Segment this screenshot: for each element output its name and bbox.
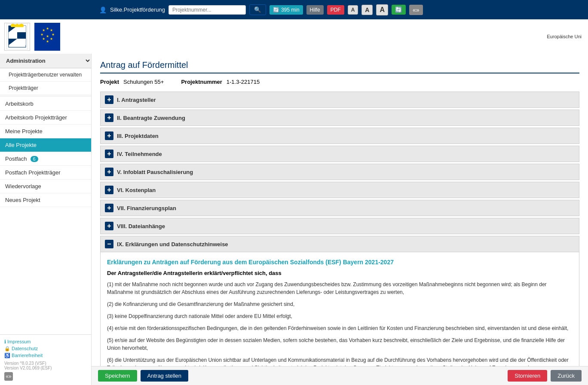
info-icon: ℹ	[4, 339, 7, 344]
declaration-p5: (5) er/sie auf der Website des Begünstig…	[107, 336, 573, 352]
section-infoblatt-title: V. Infoblatt Pauschalisierung	[117, 169, 193, 175]
administration-select[interactable]: Administration	[0, 54, 91, 68]
sidebar-item-neues-projekt[interactable]: Neues Projekt	[0, 193, 91, 207]
eu-label-text: Europäische Uni	[547, 34, 582, 39]
sidebar-item-label: Alle Projekte	[5, 142, 37, 148]
action-bar-right: Stornieren Zurück	[508, 370, 582, 382]
section-erklaerungen-title: IX. Erklärungen und Datenschutzhinweise	[117, 241, 228, 248]
cancel-button[interactable]: Stornieren	[508, 370, 547, 382]
toggle-antragsteller[interactable]: +	[105, 95, 113, 104]
search-button[interactable]: 🔍	[249, 4, 266, 15]
svg-text:★: ★	[46, 34, 49, 38]
save-button[interactable]: Speichern	[98, 370, 137, 382]
sidebar-item-label: Wiedervorlage	[5, 183, 41, 189]
section-erklaerungen-content: Erklärungen zu Anträgen auf Förderung au…	[100, 252, 579, 366]
section-dateiAnhaenge: + VIII. Dateianhänge	[100, 218, 579, 234]
sidebar-item-projekttraeger[interactable]: Projektträger	[0, 82, 91, 95]
toggle-projektdaten[interactable]: +	[105, 131, 113, 140]
eu-logo: ★ ★ ★ ★ ★ ★ ★ ★ ★	[34, 23, 60, 51]
section-projektdaten-header[interactable]: + III. Projektdaten	[100, 128, 579, 144]
project-number-input[interactable]	[168, 5, 246, 15]
top-bar: 👤 Silke.Projektförderung 🔍 🔄 395 min Hil…	[0, 0, 588, 19]
sidebar: Administration Projektträgerbenutzer ver…	[0, 54, 92, 385]
section-dateiAnhaenge-header[interactable]: + VIII. Dateianhänge	[100, 218, 579, 234]
bavaria-logo	[4, 23, 30, 51]
svg-text:★: ★	[51, 33, 54, 37]
sidebar-item-label: Arbeitskorb Projektträger	[5, 114, 67, 121]
project-info-projekt: Projekt Schulungen 55+	[100, 79, 164, 85]
logo-section: ★ ★ ★ ★ ★ ★ ★ ★ ★ Europäische Uni	[0, 19, 588, 54]
postfach-badge: 6	[31, 156, 38, 162]
barrierefreiheit-icon: ♿	[4, 353, 12, 358]
projekt-value: Schulungen 55+	[123, 79, 164, 85]
sidebar-item-wiedervorlage[interactable]: Wiedervorlage	[0, 180, 91, 193]
toggle-dateiAnhaenge[interactable]: +	[105, 222, 113, 230]
sidebar-item-label: Projektträger	[9, 85, 38, 91]
search-icon: 🔍	[254, 6, 261, 13]
sidebar-footer: ℹ Impressum 🔒 Datenschutz ♿ Barrierefrei…	[0, 334, 91, 385]
section-kostenplan-title: VI. Kostenplan	[117, 187, 156, 193]
timer-icon: 🔄	[273, 7, 279, 13]
action-bar: Speichern Antrag stellen Stornieren Zurü…	[92, 366, 588, 385]
section-erklaerungen: − IX. Erklärungen und Datenschutzhinweis…	[100, 236, 579, 366]
section-dateiAnhaenge-title: VIII. Dateianhänge	[117, 223, 165, 229]
section-zuwendung-header[interactable]: + II. Beantragte Zuwendung	[100, 110, 579, 126]
toggle-teilnehmende[interactable]: +	[105, 150, 113, 158]
section-infoblatt-header[interactable]: + V. Infoblatt Pauschalisierung	[100, 164, 579, 180]
barrierefreiheit-link[interactable]: ♿ Barrierefreiheit	[4, 353, 87, 358]
header: 👤 Silke.Projektförderung 🔍 🔄 395 min Hil…	[0, 0, 588, 54]
svg-text:★: ★	[46, 40, 49, 43]
submit-button[interactable]: Antrag stellen	[141, 370, 189, 382]
main-layout: Administration Projektträgerbenutzer ver…	[0, 54, 588, 385]
user-label: Silke.Projektförderung	[110, 6, 165, 13]
datenschutz-icon: 🔒	[4, 346, 12, 351]
administration-dropdown[interactable]: Administration	[0, 54, 91, 68]
sidebar-item-arbeitskorb-projekttraeger[interactable]: Arbeitskorb Projektträger	[0, 111, 91, 125]
datenschutz-link[interactable]: 🔒 Datenschutz	[4, 346, 87, 351]
sidebar-item-postfach-projekttraeger[interactable]: Postfach Projektträger	[0, 166, 91, 180]
hilfe-button[interactable]: Hilfe	[306, 5, 324, 15]
declaration-p4: (4) er/sie mit den förderaktionsspezifis…	[107, 324, 573, 332]
section-teilnehmende-header[interactable]: + IV. Teilnehmende	[100, 146, 579, 162]
erklaerungen-heading: Erklärungen zu Anträgen auf Förderung au…	[107, 259, 573, 266]
toggle-finanzierungsplan[interactable]: +	[105, 204, 113, 212]
section-finanzierungsplan-header[interactable]: + VII. Finanzierungsplan	[100, 200, 579, 216]
toggle-erklaerungen[interactable]: −	[105, 240, 113, 248]
user-icon: 👤	[99, 6, 107, 13]
sidebar-item-label: Postfach Projektträger	[5, 169, 61, 176]
collapse-sidebar-button[interactable]: «»	[409, 5, 423, 15]
section-antragsteller-header[interactable]: + I. Antragsteller	[100, 92, 579, 108]
sidebar-item-postfach[interactable]: Postfach 6	[0, 152, 91, 166]
impressum-link[interactable]: ℹ Impressum	[4, 339, 87, 345]
pdf-button[interactable]: PDF	[327, 5, 344, 15]
font-medium-button[interactable]: A	[361, 5, 373, 15]
page-title: Antrag auf Fördermittel	[100, 60, 579, 73]
sidebar-item-label: Projektträgerbenutzer verwalten	[9, 72, 82, 78]
toggle-zuwendung[interactable]: +	[105, 113, 113, 122]
toggle-kostenplan[interactable]: +	[105, 186, 113, 194]
section-infoblatt: + V. Infoblatt Pauschalisierung	[100, 164, 579, 180]
accordion-container: + I. Antragsteller + II. Beantragte Zuwe…	[100, 92, 579, 366]
svg-text:★: ★	[42, 28, 45, 32]
section-kostenplan-header[interactable]: + VI. Kostenplan	[100, 182, 579, 198]
font-small-button[interactable]: A	[348, 5, 358, 15]
refresh-button[interactable]: 🔄	[392, 5, 406, 15]
project-info-nummer: Projektnummer 1-1.3-221715	[181, 79, 260, 85]
toggle-infoblatt[interactable]: +	[105, 168, 113, 176]
sidebar-item-label: Neues Projekt	[5, 197, 40, 203]
declaration-p1: (1) mit der Maßnahme noch nicht begonnen…	[107, 281, 573, 296]
sidebar-item-meine-projekte[interactable]: Meine Projekte	[0, 125, 91, 138]
sidebar-item-projekttraegerbenutzer[interactable]: Projektträgerbenutzer verwalten	[0, 68, 91, 82]
font-large-button[interactable]: A	[376, 4, 388, 15]
svg-marker-7	[17, 39, 26, 45]
sidebar-item-label: Arbeitskorb	[5, 101, 34, 107]
sidebar-collapse-button[interactable]: «»	[4, 372, 13, 381]
section-teilnehmende: + IV. Teilnehmende	[100, 146, 579, 162]
svg-text:★: ★	[49, 37, 52, 41]
back-button[interactable]: Zurück	[551, 370, 582, 382]
sidebar-item-arbeitskorb[interactable]: Arbeitskorb	[0, 97, 91, 111]
sidebar-item-alle-projekte[interactable]: Alle Projekte	[0, 138, 91, 152]
section-projektdaten: + III. Projektdaten	[100, 128, 579, 144]
timer-button[interactable]: 🔄 395 min	[270, 5, 303, 15]
section-erklaerungen-header[interactable]: − IX. Erklärungen und Datenschutzhinweis…	[100, 236, 579, 252]
